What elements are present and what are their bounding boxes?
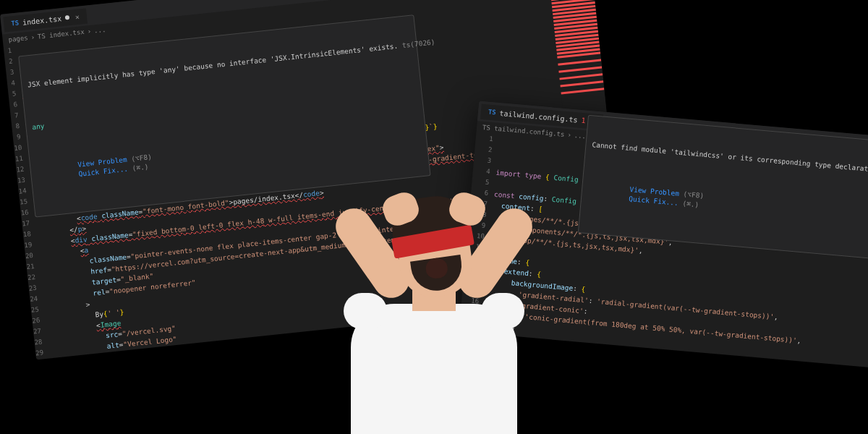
error-count-badge: 1 xyxy=(581,116,586,124)
close-icon[interactable]: × xyxy=(75,12,80,21)
tab-filename: tailwind.config.ts xyxy=(499,109,578,124)
code-body[interactable]: Cannot find module 'tailwindcss' or its … xyxy=(477,135,868,368)
modified-indicator-icon xyxy=(65,15,70,20)
frustrated-person-illustration xyxy=(333,188,535,434)
typescript-icon: TS xyxy=(11,19,20,27)
tab-filename: index.tsx xyxy=(22,14,62,27)
typescript-icon: TS xyxy=(488,109,496,116)
code-line[interactable]: } xyxy=(478,362,868,368)
